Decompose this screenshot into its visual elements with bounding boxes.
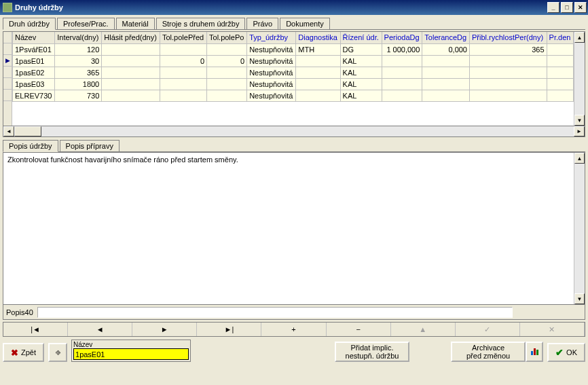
cell[interactable]: 730 xyxy=(55,90,102,101)
hscroll-thumb[interactable] xyxy=(14,126,41,136)
cell[interactable]: 365 xyxy=(55,67,102,78)
scroll-right-button[interactable]: ► xyxy=(574,126,585,136)
cell[interactable]: Nestupňovitá xyxy=(247,55,296,67)
scroll-down-button[interactable]: ▼ xyxy=(574,115,585,126)
cell[interactable] xyxy=(469,78,547,90)
cell[interactable]: Nestupňovitá xyxy=(247,43,296,55)
minimize-button[interactable]: _ xyxy=(547,2,559,13)
cell[interactable] xyxy=(102,67,160,78)
tab-main-4[interactable]: Právo xyxy=(246,18,278,29)
cell[interactable]: 120 xyxy=(55,43,102,55)
cell[interactable]: KAL xyxy=(340,78,382,90)
col-header[interactable]: Řízení údr. xyxy=(340,32,382,43)
cell[interactable]: KAL xyxy=(340,55,382,67)
cell[interactable] xyxy=(296,78,340,90)
cell[interactable]: 0 xyxy=(160,55,206,67)
cell[interactable]: ELREV730 xyxy=(13,90,55,101)
col-header[interactable]: Tol.polePo xyxy=(207,32,247,43)
grid-hscroll[interactable]: ◄ ► xyxy=(3,126,585,137)
cell[interactable] xyxy=(207,78,247,90)
maximize-button[interactable]: □ xyxy=(561,2,573,13)
back-button[interactable]: ✖ Zpět xyxy=(3,343,44,362)
cell[interactable] xyxy=(469,90,547,101)
cell[interactable] xyxy=(469,67,547,78)
cell[interactable]: 1pasE03 xyxy=(13,78,55,90)
tab-main-3[interactable]: Stroje s druhem údržby xyxy=(156,18,246,29)
desc-scroll-down[interactable]: ▼ xyxy=(574,293,585,304)
cell[interactable] xyxy=(422,67,470,78)
col-header[interactable]: PeriodaDg xyxy=(382,32,422,43)
description-text[interactable]: Zkontrolovat funkčnost havarijního sníma… xyxy=(7,155,238,164)
nav-edit[interactable]: ▲ xyxy=(391,323,456,336)
cell[interactable]: KAL xyxy=(340,67,382,78)
cell[interactable]: 1PsvářE01 xyxy=(13,43,55,55)
cell[interactable]: 1pasE01 xyxy=(13,55,55,67)
cell[interactable] xyxy=(422,55,470,67)
cell[interactable] xyxy=(422,78,470,90)
cell[interactable] xyxy=(382,55,422,67)
cell[interactable] xyxy=(160,67,206,78)
scroll-left-button[interactable]: ◄ xyxy=(3,126,14,136)
col-header[interactable]: Pr.den xyxy=(547,32,573,43)
cell[interactable] xyxy=(382,67,422,78)
cell[interactable] xyxy=(102,43,160,55)
cell[interactable]: 1800 xyxy=(55,78,102,90)
cell[interactable] xyxy=(547,90,573,101)
nav-first[interactable]: |◄ xyxy=(3,323,68,336)
grid-vscroll[interactable]: ▲ ▼ xyxy=(574,32,585,126)
cell[interactable] xyxy=(547,43,573,55)
nav-cancel[interactable]: ✕ xyxy=(520,323,585,336)
cell[interactable]: 30 xyxy=(55,55,102,67)
cell[interactable] xyxy=(160,43,206,55)
col-header[interactable]: Název xyxy=(13,32,55,43)
cell[interactable]: 365 xyxy=(469,43,547,55)
cell[interactable] xyxy=(382,90,422,101)
cell[interactable] xyxy=(422,90,470,101)
scroll-track[interactable] xyxy=(574,43,585,115)
nav-add[interactable]: + xyxy=(261,323,326,336)
col-header[interactable]: Typ_údržby xyxy=(247,32,296,43)
cell[interactable] xyxy=(296,67,340,78)
cell[interactable] xyxy=(207,43,247,55)
cell[interactable] xyxy=(296,90,340,101)
cell[interactable] xyxy=(207,90,247,101)
tab-main-0[interactable]: Druh údržby xyxy=(3,18,56,30)
desc-scroll-up[interactable]: ▲ xyxy=(574,153,585,164)
cell[interactable] xyxy=(160,90,206,101)
nav-last[interactable]: ►| xyxy=(197,323,261,336)
col-header[interactable]: Diagnostika xyxy=(296,32,340,43)
nav-prev[interactable]: ◄ xyxy=(68,323,132,336)
close-button[interactable]: ✕ xyxy=(574,2,587,13)
description-vscroll[interactable]: ▲ ▼ xyxy=(574,153,585,304)
maintenance-grid[interactable]: ▶ NázevInterval(dny)Hlásit před(dny)Tol.… xyxy=(3,31,585,126)
nav-next[interactable]: ► xyxy=(132,323,197,336)
cell[interactable] xyxy=(469,55,547,67)
col-header[interactable]: Interval(dny) xyxy=(55,32,102,43)
tab-main-2[interactable]: Materiál xyxy=(116,18,155,29)
popis40-input[interactable] xyxy=(37,307,513,318)
cell[interactable] xyxy=(382,78,422,90)
cell[interactable]: 0,000 xyxy=(422,43,470,55)
cell[interactable] xyxy=(102,78,160,90)
col-header[interactable]: Přibl.rychlostPer(dny) xyxy=(469,32,547,43)
hierarchy-button[interactable]: ⎆ xyxy=(48,343,67,362)
cell[interactable] xyxy=(207,67,247,78)
cell[interactable]: 0 xyxy=(207,55,247,67)
add-implicit-button[interactable]: Přidat implic. nestupň. údržbu xyxy=(335,342,409,362)
cell[interactable]: 1pasE02 xyxy=(13,67,55,78)
chart-icon-button[interactable] xyxy=(526,342,543,362)
cell[interactable] xyxy=(547,55,573,67)
hscroll-track[interactable] xyxy=(14,126,574,136)
scroll-up-button[interactable]: ▲ xyxy=(574,32,585,43)
cell[interactable] xyxy=(547,78,573,90)
cell[interactable] xyxy=(296,55,340,67)
cell[interactable]: MTH xyxy=(296,43,340,55)
tab-main-1[interactable]: Profese/Prac. xyxy=(57,18,115,29)
cell[interactable] xyxy=(160,78,206,90)
name-input[interactable] xyxy=(73,348,189,360)
cell[interactable]: Nestupňovitá xyxy=(247,78,296,90)
cell[interactable]: Nestupňovitá xyxy=(247,90,296,101)
col-header[interactable]: Tol.polePřed xyxy=(160,32,206,43)
cell[interactable] xyxy=(547,67,573,78)
ok-button[interactable]: ✔ OK xyxy=(547,343,585,362)
